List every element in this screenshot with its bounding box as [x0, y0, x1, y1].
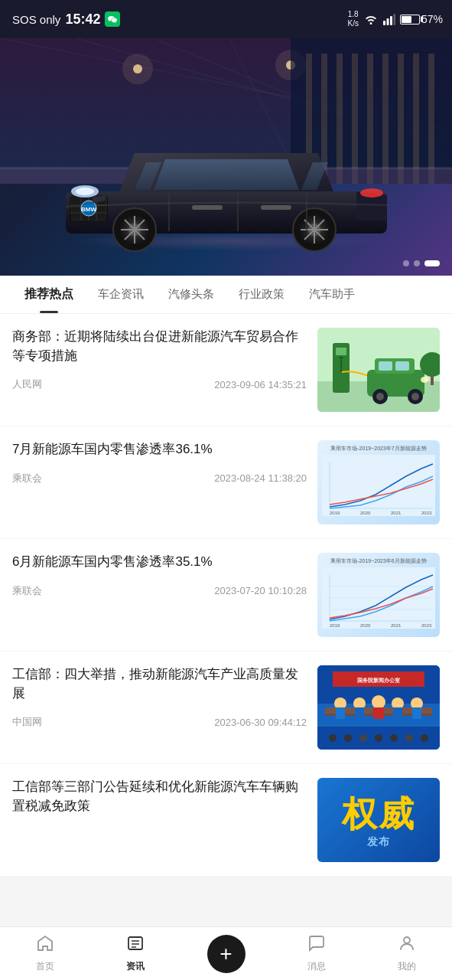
chart-title: 乘用车市场-2019~2023年6月新能源走势: [322, 557, 435, 565]
news-content: 工信部等三部门公告延续和优化新能源汽车车辆购置税减免政策: [12, 778, 307, 828]
svg-text:2023: 2023: [421, 511, 432, 515]
news-thumbnail: 国务院新闻办公室: [317, 665, 440, 750]
nav-home-label: 首页: [36, 960, 54, 973]
svg-text:2021: 2021: [391, 623, 402, 628]
car-illustration: BMW: [43, 107, 410, 253]
svg-point-112: [329, 734, 337, 742]
svg-point-69: [376, 393, 384, 400]
svg-rect-3: [393, 14, 395, 25]
carousel-dots[interactable]: [403, 260, 440, 266]
nav-add-center: +: [180, 935, 271, 973]
svg-rect-1: [386, 18, 389, 25]
svg-rect-22: [428, 54, 434, 184]
svg-text:2019: 2019: [330, 511, 340, 515]
carousel-dot-2[interactable]: [414, 260, 420, 266]
news-source: 人民网: [12, 377, 42, 391]
bottom-navigation: 首页 资讯 + 消息: [0, 926, 452, 980]
nav-home[interactable]: 首页: [0, 934, 90, 973]
hero-banner[interactable]: BMW: [0, 38, 452, 276]
svg-rect-110: [412, 707, 421, 719]
nav-message-label: 消息: [307, 960, 326, 973]
svg-text:2019: 2019: [330, 623, 340, 628]
wifi-icon: [363, 13, 379, 25]
signal-icon: [383, 13, 395, 25]
svg-rect-63: [340, 358, 342, 372]
news-item[interactable]: 工信部等三部门公告延续和优化新能源汽车车辆购置税减免政策 权威 发布: [0, 764, 452, 877]
plus-icon: +: [219, 942, 232, 966]
news-source: 中国网: [12, 715, 42, 729]
svg-rect-62: [339, 357, 343, 358]
svg-text:2020: 2020: [360, 623, 371, 628]
message-icon: [307, 934, 326, 957]
hero-car: BMW: [43, 107, 410, 253]
status-left: SOS only 15:42: [12, 11, 120, 28]
svg-point-114: [359, 734, 367, 742]
nav-news[interactable]: 资讯: [90, 934, 180, 973]
svg-point-10: [122, 54, 153, 84]
news-datetime: 2023-07-20 10:10:28: [214, 585, 307, 596]
svg-point-105: [372, 695, 385, 709]
carousel-dot-3[interactable]: [424, 260, 440, 266]
add-button[interactable]: +: [207, 935, 246, 973]
news-meta: 中国网 2023-06-30 09:44:12: [12, 715, 307, 729]
carousel-dot-1[interactable]: [403, 260, 409, 266]
chart-title: 乘用车市场-2019~2023年7月新能源走势: [322, 445, 435, 452]
svg-point-123: [404, 937, 410, 943]
news-meta: 乘联会 2023-07-20 10:10:28: [12, 584, 307, 598]
svg-point-37: [360, 188, 383, 198]
news-item[interactable]: 工信部：四大举措，推动新能源汽车产业高质量发展 中国网 2023-06-30 0…: [0, 652, 452, 764]
svg-point-113: [344, 734, 352, 742]
carrier-text: SOS only: [12, 13, 60, 26]
news-content: 商务部：近期将陆续出台促进新能源汽车贸易合作等专项措施 人民网 2023-09-…: [12, 328, 307, 391]
svg-point-115: [375, 734, 382, 742]
data-speed: 1.8 K/s: [348, 10, 359, 28]
news-thumbnail: 乘用车市场-2019~2023年6月新能源走势 2019 2020 2021 2…: [317, 553, 440, 637]
svg-text:BMW: BMW: [81, 206, 96, 213]
news-icon: [126, 934, 145, 957]
tab-repair[interactable]: 汽修头条: [156, 276, 226, 312]
svg-point-36: [76, 188, 94, 195]
svg-point-117: [405, 734, 413, 742]
svg-text:2023: 2023: [421, 623, 432, 628]
news-title: 工信部：四大举措，推动新能源汽车产业高质量发展: [12, 665, 307, 703]
tab-recommended[interactable]: 推荐热点: [12, 276, 86, 313]
chart-svg-2: 2019 2020 2021 2023: [322, 567, 435, 629]
svg-rect-104: [355, 707, 364, 719]
news-datetime: 2023-09-06 14:35:21: [214, 379, 307, 390]
svg-rect-108: [393, 707, 402, 719]
svg-text:2021: 2021: [391, 511, 402, 515]
news-source: 乘联会: [12, 584, 42, 598]
news-title: 工信部等三部门公告延续和优化新能源汽车车辆购置税减免政策: [12, 778, 307, 815]
svg-rect-67: [395, 361, 409, 371]
category-tabs: 推荐热点 车企资讯 汽修头条 行业政策 汽车助手: [0, 276, 452, 314]
svg-point-71: [411, 393, 419, 400]
nav-profile-label: 我的: [398, 960, 416, 973]
nav-news-label: 资讯: [126, 960, 145, 973]
svg-rect-0: [383, 21, 385, 25]
news-meta: 人民网 2023-09-06 14:35:21: [12, 377, 307, 391]
news-item[interactable]: 商务部：近期将陆续出台促进新能源汽车贸易合作等专项措施 人民网 2023-09-…: [0, 314, 452, 426]
news-title: 6月新能源车国内零售渗透率35.1%: [12, 553, 307, 572]
nav-message[interactable]: 消息: [272, 934, 362, 973]
tab-policy[interactable]: 行业政策: [226, 276, 297, 312]
news-content: 7月新能源车国内零售渗透率36.1% 乘联会 2023-08-24 11:38:…: [12, 440, 307, 485]
svg-rect-21: [413, 54, 419, 184]
authority-text: 权威: [342, 791, 415, 838]
news-item[interactable]: 6月新能源车国内零售渗透率35.1% 乘联会 2023-07-20 10:10:…: [0, 539, 452, 652]
authority-image: 权威 发布: [317, 778, 440, 862]
status-bar: SOS only 15:42 1.8 K/s 57%: [0, 0, 452, 38]
tab-assistant[interactable]: 汽车助手: [297, 276, 367, 312]
authority-subtext: 发布: [367, 835, 390, 849]
nav-profile[interactable]: 我的: [362, 934, 452, 973]
news-source: 乘联会: [12, 472, 42, 485]
news-list: 商务部：近期将陆续出台促进新能源汽车贸易合作等专项措施 人民网 2023-09-…: [0, 314, 452, 877]
svg-rect-106: [373, 707, 384, 719]
svg-rect-52: [192, 205, 223, 210]
ev-illustration: [317, 328, 440, 412]
wechat-icon: [105, 11, 120, 27]
tab-enterprise[interactable]: 车企资讯: [86, 276, 156, 312]
time-display: 15:42: [65, 11, 100, 28]
status-right: 1.8 K/s 57%: [348, 10, 443, 28]
news-content: 6月新能源车国内零售渗透率35.1% 乘联会 2023-07-20 10:10:…: [12, 553, 307, 598]
news-item[interactable]: 7月新能源车国内零售渗透率36.1% 乘联会 2023-08-24 11:38:…: [0, 426, 452, 539]
